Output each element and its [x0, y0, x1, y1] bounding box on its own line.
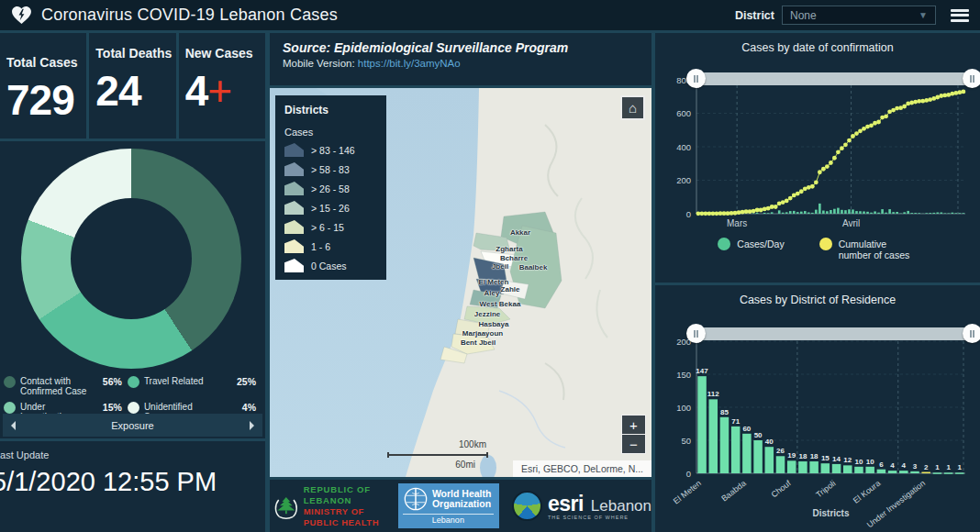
district-select[interactable]: None ▼	[782, 6, 936, 25]
daily-bar[interactable]	[866, 212, 869, 214]
daily-bar[interactable]	[910, 213, 913, 214]
daily-bar[interactable]	[941, 213, 943, 214]
daily-bar[interactable]	[874, 211, 876, 214]
cumulative-dot[interactable]	[774, 205, 778, 209]
daily-bar[interactable]	[778, 210, 781, 214]
cumulative-dot[interactable]	[785, 199, 789, 204]
daily-bar[interactable]	[932, 213, 935, 214]
district-bar[interactable]	[731, 427, 741, 473]
daily-bar[interactable]	[796, 212, 799, 214]
daily-bar[interactable]	[804, 211, 807, 214]
cumulative-dot[interactable]	[752, 209, 756, 214]
district-bar[interactable]	[709, 399, 718, 473]
daily-bar[interactable]	[914, 213, 917, 214]
district-bar[interactable]	[809, 461, 819, 473]
cumulative-dot[interactable]	[821, 167, 826, 172]
daily-bar[interactable]	[852, 209, 854, 214]
cumulative-dot[interactable]	[928, 97, 932, 102]
district-bar[interactable]	[787, 460, 796, 473]
daily-bar[interactable]	[771, 212, 774, 214]
district-bar[interactable]	[854, 467, 863, 473]
mobile-version-link[interactable]: https://bit.ly/3amyNAo	[358, 58, 461, 69]
cumulative-dot[interactable]	[902, 105, 907, 109]
daily-bar[interactable]	[848, 209, 851, 214]
cumulative-dot[interactable]	[957, 90, 962, 94]
cumulative-dot[interactable]	[884, 114, 888, 118]
daily-bar[interactable]	[925, 213, 928, 214]
daily-bar[interactable]	[811, 213, 814, 214]
district-bar[interactable]	[877, 470, 886, 473]
slider-track[interactable]	[696, 72, 972, 85]
daily-bar[interactable]	[763, 213, 766, 214]
daily-bar[interactable]	[936, 213, 939, 214]
cumulative-dot[interactable]	[818, 170, 822, 174]
slider-handle-left[interactable]	[686, 69, 706, 88]
slider-handle-right[interactable]	[963, 69, 980, 88]
slider-track[interactable]	[696, 327, 972, 340]
daily-bar[interactable]	[859, 211, 862, 214]
daily-bar[interactable]	[963, 213, 965, 214]
district-bar[interactable]	[865, 467, 874, 473]
daily-bar[interactable]	[952, 213, 954, 214]
district-bar[interactable]	[765, 447, 774, 473]
daily-bar[interactable]	[756, 213, 759, 214]
district-bar[interactable]	[697, 376, 707, 473]
cumulative-dot[interactable]	[810, 184, 815, 189]
slider-handle-right[interactable]	[963, 324, 980, 343]
cumulative-dot[interactable]	[788, 196, 793, 201]
daily-bar[interactable]	[807, 213, 810, 214]
cumulative-dot[interactable]	[876, 120, 881, 125]
daily-bar[interactable]	[789, 211, 792, 214]
daily-bar[interactable]	[881, 209, 884, 214]
district-bar[interactable]	[753, 440, 763, 473]
daily-bar[interactable]	[815, 210, 818, 214]
cumulative-dot[interactable]	[832, 156, 837, 161]
cumulative-dot[interactable]	[961, 90, 965, 94]
cumulative-dot[interactable]	[909, 101, 914, 105]
daily-bar[interactable]	[844, 210, 847, 214]
daily-bar[interactable]	[896, 212, 898, 214]
cumulative-dot[interactable]	[759, 208, 763, 213]
cumulative-dot[interactable]	[920, 99, 925, 104]
cumulative-dot[interactable]	[953, 91, 958, 95]
cumulative-dot[interactable]	[854, 131, 859, 136]
district-bar[interactable]	[720, 417, 729, 473]
daily-bar[interactable]	[752, 213, 755, 214]
daily-bar[interactable]	[767, 213, 770, 214]
district-bar[interactable]	[832, 464, 841, 473]
cumulative-dot[interactable]	[799, 189, 804, 194]
daily-bar[interactable]	[918, 213, 920, 214]
district-bar[interactable]	[921, 472, 930, 474]
daily-bar[interactable]	[826, 211, 829, 214]
cumulative-dot[interactable]	[836, 150, 841, 154]
daily-bar[interactable]	[837, 208, 840, 214]
cumulative-dot[interactable]	[843, 142, 848, 147]
daily-bar[interactable]	[955, 213, 958, 214]
district-bar[interactable]	[933, 472, 942, 474]
map-home-button[interactable]: ⌂	[620, 95, 645, 120]
district-bar[interactable]	[843, 465, 852, 473]
district-bar[interactable]	[944, 472, 953, 474]
district-bar[interactable]	[910, 471, 919, 473]
district-bar[interactable]	[821, 463, 830, 473]
cumulative-dot[interactable]	[851, 134, 855, 139]
district-bar[interactable]	[798, 461, 807, 473]
daily-bar[interactable]	[841, 210, 843, 214]
daily-bar[interactable]	[782, 213, 785, 214]
daily-bar[interactable]	[888, 209, 891, 214]
zoom-out-button[interactable]: −	[622, 435, 645, 453]
cumulative-dot[interactable]	[763, 206, 767, 211]
cumulative-dot[interactable]	[858, 128, 863, 133]
cumulative-dot[interactable]	[814, 180, 819, 184]
daily-bar[interactable]	[959, 213, 962, 214]
district-bar[interactable]	[955, 472, 964, 474]
cumulative-dot[interactable]	[950, 92, 954, 96]
district-bar[interactable]	[742, 434, 752, 473]
daily-bar[interactable]	[907, 211, 909, 214]
daily-bar[interactable]	[948, 213, 951, 214]
daily-bar[interactable]	[885, 213, 887, 214]
daily-bar[interactable]	[800, 212, 803, 214]
district-bar[interactable]	[776, 456, 785, 473]
daily-bar[interactable]	[944, 213, 947, 214]
daily-bar[interactable]	[785, 212, 788, 214]
